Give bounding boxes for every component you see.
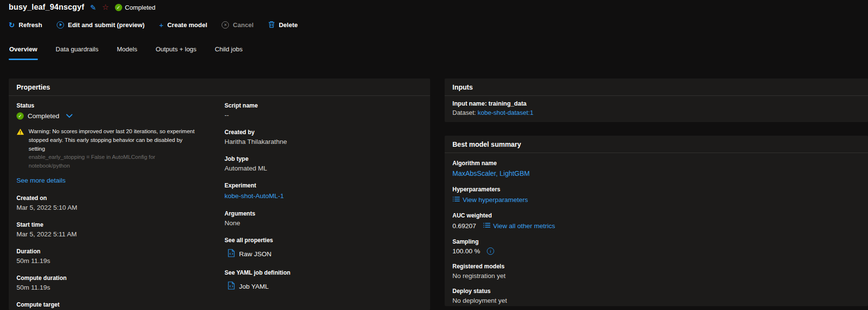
auc-weighted-field: AUC weighted 0.69207 View all other metr…	[452, 212, 860, 230]
properties-card-title: Properties	[9, 78, 430, 96]
job-yaml-link[interactable]: Job YAML	[228, 281, 385, 292]
inputs-card-title: Inputs	[445, 78, 868, 96]
yaml-document-icon	[228, 281, 235, 292]
completed-check-icon: ✓	[115, 4, 122, 11]
edit-name-icon[interactable]: ✎	[90, 4, 96, 11]
job-overview-page: busy_leaf_94nscgyf ✎ ☆ ✓ Completed ↻ Ref…	[0, 0, 868, 310]
view-all-other-metrics-link[interactable]: View all other metrics	[483, 221, 555, 230]
arguments-field: Arguments None	[225, 210, 385, 227]
auc-value: 0.69207	[452, 222, 476, 230]
plus-icon: +	[159, 21, 163, 29]
favorite-star-icon[interactable]: ☆	[102, 3, 109, 11]
dataset-link[interactable]: kobe-shot-dataset:1	[478, 109, 533, 116]
compute-target-field: Compute target gpu-cluster	[16, 301, 207, 310]
tab-data-guardrails[interactable]: Data guardrails	[55, 43, 99, 61]
chevron-down-icon[interactable]	[66, 111, 73, 120]
created-by-field: Created by Haritha Thilakarathne	[225, 129, 385, 145]
duration-field: Duration 50m 11.19s	[16, 248, 207, 264]
experiment-field: Experiment kobe-shot-AutoML-1	[225, 182, 385, 200]
see-yaml-field: See YAML job definition Job YAML	[225, 269, 385, 292]
page-title: busy_leaf_94nscgyf	[9, 3, 84, 12]
refresh-button[interactable]: ↻ Refresh	[9, 21, 42, 29]
compute-duration-field: Compute duration 50m 11.19s	[16, 275, 207, 291]
job-type-field: Job type Automated ML	[225, 155, 385, 172]
tab-models[interactable]: Models	[116, 43, 138, 61]
start-time-field: Start time Mar 5, 2022 5:11 AM	[16, 221, 207, 238]
sampling-field: Sampling 100.00 % i	[452, 238, 860, 255]
best-model-summary-card: Best model summary Algorithm name MaxAbs…	[445, 136, 868, 306]
hyperparameters-field: Hyperparameters View hyperparameters	[452, 186, 860, 204]
command-bar: ↻ Refresh Edit and submit (preview) + Cr…	[9, 18, 298, 31]
deploy-status-field: Deploy status No deployment yet	[452, 288, 860, 304]
list-icon	[483, 221, 490, 230]
status-badge-label: Completed	[125, 4, 156, 11]
tab-overview[interactable]: Overview	[9, 43, 38, 61]
see-more-details-link[interactable]: See more details	[16, 177, 65, 184]
json-document-icon	[228, 249, 235, 259]
tab-child-jobs[interactable]: Child jobs	[214, 43, 243, 61]
sampling-value: 100.00 %	[452, 248, 480, 255]
delete-button[interactable]: Delete	[268, 21, 298, 29]
warning-line-1: Warning: No scores improved over last 20…	[29, 128, 194, 134]
early-stopping-warning: Warning: No scores improved over last 20…	[16, 127, 195, 170]
see-all-properties-field: See all properties Raw JSON	[225, 237, 385, 259]
cancel-button[interactable]: ✕ Cancel	[222, 21, 254, 29]
created-on-field: Created on Mar 5, 2022 5:10 AM	[16, 195, 207, 211]
status-badge: ✓ Completed	[115, 4, 156, 11]
create-model-button[interactable]: + Create model	[159, 21, 207, 29]
input-name-line: Input name: training_data	[452, 100, 860, 107]
inputs-card: Inputs Input name: training_data Dataset…	[445, 78, 868, 122]
warning-line-3: enable_early_stopping = False in AutoMLC…	[29, 154, 155, 169]
dataset-line: Dataset: kobe-shot-dataset:1	[452, 109, 860, 116]
algorithm-name-field: Algorithm name MaxAbsScaler, LightGBM	[452, 160, 860, 178]
registered-models-field: Registered models No registration yet	[452, 263, 860, 279]
warning-icon	[16, 128, 24, 170]
script-name-field: Script name --	[225, 102, 385, 119]
algorithm-link[interactable]: MaxAbsScaler, LightGBM	[452, 170, 530, 177]
edit-and-submit-button[interactable]: Edit and submit (preview)	[57, 21, 145, 29]
warning-line-2: stopped early. This early stopping behav…	[29, 137, 182, 152]
play-circle-icon	[57, 21, 64, 29]
properties-card: Properties Status ✓ Completed	[9, 78, 430, 310]
experiment-link[interactable]: kobe-shot-AutoML-1	[225, 192, 284, 200]
list-icon	[452, 195, 460, 204]
title-row: busy_leaf_94nscgyf ✎ ☆ ✓ Completed	[9, 1, 155, 14]
info-icon[interactable]: i	[487, 248, 494, 255]
refresh-icon: ↻	[9, 21, 15, 29]
trash-icon	[268, 21, 275, 29]
view-hyperparameters-link[interactable]: View hyperparameters	[452, 195, 860, 204]
status-field: Status ✓ Completed	[16, 102, 207, 120]
raw-json-link[interactable]: Raw JSON	[228, 249, 385, 259]
cancel-circle-icon: ✕	[222, 21, 229, 29]
status-check-icon: ✓	[16, 112, 24, 120]
tab-bar: Overview Data guardrails Models Outputs …	[9, 43, 243, 61]
best-model-card-title: Best model summary	[445, 136, 868, 153]
tab-outputs-logs[interactable]: Outputs + logs	[155, 43, 197, 61]
